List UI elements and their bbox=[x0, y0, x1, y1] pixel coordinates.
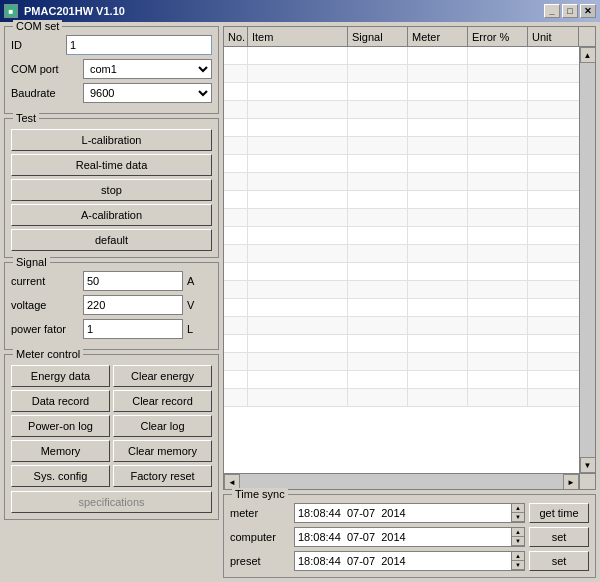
test-group: Test L-calibration Real-time data stop A… bbox=[4, 118, 219, 258]
table-row bbox=[224, 191, 595, 209]
meter-time-spin-up[interactable]: ▲ bbox=[512, 504, 524, 513]
maximize-button[interactable]: □ bbox=[562, 4, 578, 18]
meter-control-grid: Energy data Clear energy Data record Cle… bbox=[11, 365, 212, 487]
current-row: current A bbox=[11, 271, 212, 291]
table-row bbox=[224, 65, 595, 83]
titlebar: ■ PMAC201HW V1.10 _ □ ✕ bbox=[0, 0, 600, 22]
id-row: ID bbox=[11, 35, 212, 55]
power-unit: L bbox=[187, 323, 201, 335]
table-row bbox=[224, 155, 595, 173]
table-row bbox=[224, 389, 595, 407]
real-time-data-button[interactable]: Real-time data bbox=[11, 154, 212, 176]
scroll-track[interactable] bbox=[580, 63, 595, 457]
header-item: Item bbox=[248, 27, 348, 46]
id-input[interactable] bbox=[66, 35, 212, 55]
table-row bbox=[224, 245, 595, 263]
baudrate-select[interactable]: 9600 19200 38400 bbox=[83, 83, 212, 103]
table-row bbox=[224, 227, 595, 245]
com-set-title: COM set bbox=[13, 20, 62, 32]
table-row bbox=[224, 101, 595, 119]
preset-time-row: preset ▲ ▼ set bbox=[230, 551, 589, 571]
current-input[interactable] bbox=[83, 271, 183, 291]
table-row bbox=[224, 83, 595, 101]
table-header: No. Item Signal Meter Error % Unit bbox=[224, 27, 595, 47]
table-row bbox=[224, 353, 595, 371]
table-row bbox=[224, 263, 595, 281]
preset-time-label: preset bbox=[230, 555, 290, 567]
power-input[interactable] bbox=[83, 319, 183, 339]
voltage-unit: V bbox=[187, 299, 201, 311]
table-row bbox=[224, 137, 595, 155]
right-panel: No. Item Signal Meter Error % Unit bbox=[223, 26, 596, 578]
horizontal-scrollbar[interactable]: ◄ ► bbox=[224, 473, 579, 489]
data-table-area: No. Item Signal Meter Error % Unit bbox=[223, 26, 596, 490]
preset-time-spin-down[interactable]: ▼ bbox=[512, 561, 524, 570]
computer-time-row: computer ▲ ▼ set bbox=[230, 527, 589, 547]
computer-time-spin-down[interactable]: ▼ bbox=[512, 537, 524, 546]
scroll-down-button[interactable]: ▼ bbox=[580, 457, 596, 473]
current-label: current bbox=[11, 275, 79, 287]
table-row bbox=[224, 47, 595, 65]
baudrate-row: Baudrate 9600 19200 38400 bbox=[11, 83, 212, 103]
header-no: No. bbox=[224, 27, 248, 46]
meter-time-input-wrap: ▲ ▼ bbox=[294, 503, 525, 523]
meter-time-spin-down[interactable]: ▼ bbox=[512, 513, 524, 522]
power-row: power fator L bbox=[11, 319, 212, 339]
com-port-label: COM port bbox=[11, 63, 79, 75]
computer-time-spin[interactable]: ▲ ▼ bbox=[511, 528, 524, 546]
meter-control-group: Meter control Energy data Clear energy D… bbox=[4, 354, 219, 520]
energy-data-button[interactable]: Energy data bbox=[11, 365, 110, 387]
clear-memory-button[interactable]: Clear memory bbox=[113, 440, 212, 462]
voltage-label: voltage bbox=[11, 299, 79, 311]
power-label: power fator bbox=[11, 323, 79, 335]
a-calibration-button[interactable]: A-calibration bbox=[11, 204, 212, 226]
l-calibration-button[interactable]: L-calibration bbox=[11, 129, 212, 151]
data-record-button[interactable]: Data record bbox=[11, 390, 110, 412]
com-set-group: COM set ID COM port com1 com2 com3 Baudr… bbox=[4, 26, 219, 114]
clear-log-button[interactable]: Clear log bbox=[113, 415, 212, 437]
preset-time-spin[interactable]: ▲ ▼ bbox=[511, 552, 524, 570]
vertical-scrollbar[interactable]: ▲ ▼ bbox=[579, 47, 595, 473]
table-row bbox=[224, 119, 595, 137]
scroll-up-button[interactable]: ▲ bbox=[580, 47, 596, 63]
table-rows bbox=[224, 47, 595, 473]
memory-button[interactable]: Memory bbox=[11, 440, 110, 462]
stop-button[interactable]: stop bbox=[11, 179, 212, 201]
current-unit: A bbox=[187, 275, 201, 287]
voltage-row: voltage V bbox=[11, 295, 212, 315]
computer-time-label: computer bbox=[230, 531, 290, 543]
com-port-select[interactable]: com1 com2 com3 bbox=[83, 59, 212, 79]
get-time-button[interactable]: get time bbox=[529, 503, 589, 523]
window-content: COM set ID COM port com1 com2 com3 Baudr… bbox=[0, 22, 600, 582]
computer-time-input[interactable] bbox=[295, 531, 511, 543]
id-label: ID bbox=[11, 39, 62, 51]
computer-time-input-wrap: ▲ ▼ bbox=[294, 527, 525, 547]
meter-time-label: meter bbox=[230, 507, 290, 519]
preset-set-button[interactable]: set bbox=[529, 551, 589, 571]
specifications-button[interactable]: specifications bbox=[11, 491, 212, 513]
computer-time-spin-up[interactable]: ▲ bbox=[512, 528, 524, 537]
h-scroll-track[interactable] bbox=[240, 474, 563, 489]
scroll-right-button[interactable]: ► bbox=[563, 474, 579, 490]
power-on-log-button[interactable]: Power-on log bbox=[11, 415, 110, 437]
clear-record-button[interactable]: Clear record bbox=[113, 390, 212, 412]
preset-time-input[interactable] bbox=[295, 555, 511, 567]
factory-reset-button[interactable]: Factory reset bbox=[113, 465, 212, 487]
com-set-content: ID COM port com1 com2 com3 Baudrate 9600 bbox=[11, 35, 212, 103]
close-button[interactable]: ✕ bbox=[580, 4, 596, 18]
voltage-input[interactable] bbox=[83, 295, 183, 315]
preset-time-spin-up[interactable]: ▲ bbox=[512, 552, 524, 561]
test-buttons: L-calibration Real-time data stop A-cali… bbox=[11, 129, 212, 251]
left-panel: COM set ID COM port com1 com2 com3 Baudr… bbox=[4, 26, 219, 578]
meter-time-spin[interactable]: ▲ ▼ bbox=[511, 504, 524, 522]
sys-config-button[interactable]: Sys. config bbox=[11, 465, 110, 487]
default-button[interactable]: default bbox=[11, 229, 212, 251]
computer-set-button[interactable]: set bbox=[529, 527, 589, 547]
clear-energy-button[interactable]: Clear energy bbox=[113, 365, 212, 387]
app-icon: ■ bbox=[4, 4, 18, 18]
meter-time-input[interactable] bbox=[295, 507, 511, 519]
com-port-row: COM port com1 com2 com3 bbox=[11, 59, 212, 79]
minimize-button[interactable]: _ bbox=[544, 4, 560, 18]
table-row bbox=[224, 317, 595, 335]
preset-time-input-wrap: ▲ ▼ bbox=[294, 551, 525, 571]
